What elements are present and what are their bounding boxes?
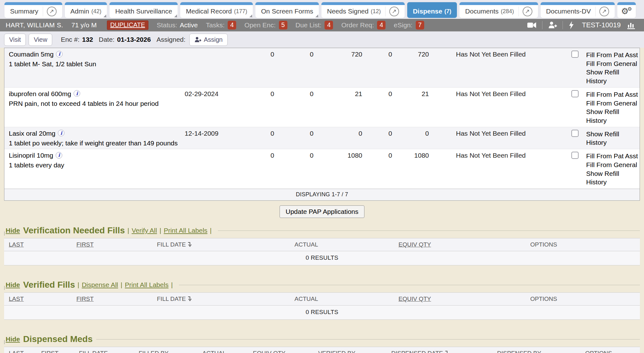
show-refill-history-link[interactable]: Show Refill History	[586, 130, 640, 147]
fill-from-pat-asst-link[interactable]: Fill From Pat Asst	[586, 152, 640, 160]
hide-verified-link[interactable]: Hide	[6, 281, 20, 289]
dropdown-corner-icon	[103, 14, 106, 17]
add-person-button[interactable]	[545, 21, 560, 29]
dispense-all-link[interactable]: Dispense All	[82, 281, 118, 289]
tab-label: Dispense	[413, 8, 442, 15]
status-label: Status:	[157, 21, 177, 29]
dropdown-corner-icon	[174, 14, 177, 17]
fill-from-general-link[interactable]: Fill From General	[586, 99, 640, 108]
col-first[interactable]: FIRST	[76, 241, 157, 248]
col-equiv-qty[interactable]: EQUIV QTY	[252, 350, 286, 353]
tab-on-screen-forms[interactable]: On Screen Forms	[255, 2, 319, 18]
due-list-count-badge[interactable]: 4	[325, 21, 333, 30]
tab-needs-signed[interactable]: Needs Signed (12) ↗	[321, 2, 405, 18]
dropdown-corner-icon	[315, 14, 318, 17]
col-equiv-qty[interactable]: EQUIV QTY	[352, 241, 478, 248]
video-call-button[interactable]	[524, 22, 540, 29]
row-select-checkbox[interactable]	[571, 51, 579, 58]
open-in-new-window-button[interactable]: ↗	[43, 7, 57, 16]
person-add-icon	[548, 21, 557, 29]
divider: |	[210, 227, 212, 234]
view-button[interactable]: View	[29, 34, 52, 46]
print-all-labels-link[interactable]: Print All Labels	[164, 227, 208, 234]
tab-documents-dv[interactable]: Documents-DV ↗	[541, 2, 615, 18]
divider: |	[171, 281, 173, 289]
col-last[interactable]: LAST	[4, 350, 41, 353]
tab-health-surveillance[interactable]: Health Surveillance	[109, 2, 178, 18]
results-count: 0 RESULTS	[4, 306, 640, 320]
duplicate-badge[interactable]: DUPLICATE	[107, 20, 149, 30]
tab-count: (42)	[91, 8, 101, 15]
update-pap-applications-button[interactable]: Update PAP Applications	[280, 205, 364, 218]
col-fill-date[interactable]: FILL DATE	[157, 296, 261, 302]
stats-button[interactable]	[624, 21, 638, 29]
info-icon[interactable]: i	[56, 51, 63, 57]
tab-settings-button[interactable]: ⚙ ⚙	[617, 2, 636, 18]
fill-from-pat-asst-link[interactable]: Fill From Pat Asst	[586, 90, 640, 99]
tab-summary[interactable]: Summary ↗	[4, 2, 62, 18]
tasks-label: Tasks:	[206, 21, 225, 29]
divider: |	[127, 227, 129, 234]
external-link-icon: ↗	[47, 7, 57, 16]
info-icon[interactable]: i	[74, 90, 80, 97]
info-icon[interactable]: i	[58, 130, 64, 136]
hide-verification-link[interactable]: Hide	[6, 227, 20, 234]
tab-label: Admin	[70, 8, 89, 15]
quick-actions-button[interactable]	[565, 21, 577, 29]
info-icon[interactable]: i	[56, 152, 62, 159]
open-enc-count-badge[interactable]: 5	[279, 21, 287, 30]
col-filled-by[interactable]: FILLED BY	[139, 350, 176, 353]
show-refill-history-link[interactable]: Show Refill History	[586, 68, 640, 85]
show-refill-history-link[interactable]: Show Refill History	[586, 169, 640, 187]
tab-admin[interactable]: Admin (42)	[65, 2, 107, 18]
sort-descending-icon	[187, 296, 192, 301]
row-select-checkbox[interactable]	[571, 130, 579, 137]
col-verified-by[interactable]: VERIFIED BY	[286, 350, 387, 353]
qty-cell: 1080	[314, 152, 362, 159]
divider	[563, 21, 563, 29]
print-all-labels-link[interactable]: Print All Labels	[125, 281, 169, 289]
tab-dispense[interactable]: Dispense (7)	[407, 2, 457, 18]
medication-sig: 1 tablet M- Sat, 1/2 tablet Sun	[9, 60, 179, 68]
col-fill-date[interactable]: FILL DATE	[157, 241, 261, 248]
tab-documents[interactable]: Documents (284) ↗	[459, 2, 538, 18]
fieldset-tick	[4, 231, 5, 236]
table-row: Lasix oral 20mgi 1 tablet po weekly; tak…	[4, 127, 640, 149]
show-refill-history-link[interactable]: Show Refill History	[586, 107, 640, 125]
paging-status: DISPLAYING 1-7 / 7	[4, 189, 640, 200]
col-dispensed-date[interactable]: DISPENSED DATE	[387, 350, 453, 353]
tasks-count-badge[interactable]: 4	[228, 21, 236, 30]
qty-cell: 21	[392, 90, 429, 98]
col-dispensed-by[interactable]: DISPENSED BY	[453, 350, 585, 353]
dispensed-meds-section: Hide Dispensed Meds LAST FIRST FILL DATE…	[4, 334, 640, 353]
col-equiv-qty[interactable]: EQUIV QTY	[352, 296, 478, 302]
section-title: Verified Fills	[23, 280, 75, 290]
row-select-checkbox[interactable]	[571, 90, 579, 97]
row-select-checkbox[interactable]	[571, 152, 579, 159]
fill-from-general-link[interactable]: Fill From General	[586, 59, 640, 68]
assign-button[interactable]: Assign	[189, 34, 228, 46]
visit-button[interactable]: Visit	[4, 34, 26, 46]
tab-medical-record[interactable]: Medical Record (177)	[180, 2, 253, 18]
table-header-row: LAST FIRST FILL DATE ACTUAL EQUIV QTY OP…	[4, 238, 640, 251]
fill-status: Has Not Yet Been Filled	[429, 90, 566, 98]
col-first[interactable]: FIRST	[41, 350, 79, 353]
qty-cell: 720	[392, 51, 429, 58]
col-last[interactable]: LAST	[4, 241, 76, 248]
col-fill-date[interactable]: FILL DATE	[79, 350, 139, 353]
section-title: Verification Needed Fills	[23, 225, 125, 236]
verify-all-link[interactable]: Verify All	[132, 227, 157, 234]
fill-from-general-link[interactable]: Fill From General	[586, 160, 640, 169]
table-row: ibuprofen oral 600mgi PRN pain, not to e…	[4, 88, 640, 127]
col-last[interactable]: LAST	[4, 296, 76, 302]
open-in-new-window-button[interactable]: ↗	[385, 7, 399, 16]
open-in-new-window-button[interactable]: ↗	[519, 7, 532, 16]
due-list-label: Due List:	[296, 21, 322, 29]
hide-dispensed-link[interactable]: Hide	[6, 335, 20, 343]
col-first[interactable]: FIRST	[76, 296, 157, 302]
col-actual: ACTUAL	[176, 350, 252, 353]
fill-from-pat-asst-link[interactable]: Fill From Pat Asst	[586, 51, 640, 59]
order-req-count-badge[interactable]: 4	[377, 21, 386, 30]
open-in-new-window-button[interactable]: ↗	[595, 7, 609, 16]
esign-count-badge[interactable]: 7	[416, 21, 424, 30]
